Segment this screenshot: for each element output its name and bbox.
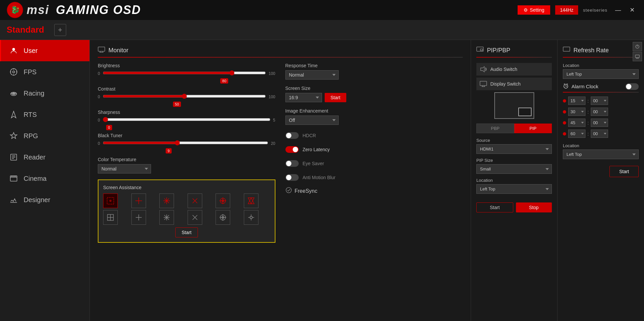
monitor-panel-header: Monitor xyxy=(98,47,463,54)
screen-size-select[interactable]: 16:9 xyxy=(285,93,322,102)
monitor-panel-title: Monitor xyxy=(108,47,128,54)
screen-size-row: 16:9 Start xyxy=(285,93,463,102)
setting-button[interactable]: ⚙ Setting xyxy=(518,5,551,15)
pip-tab-pip[interactable]: PIP xyxy=(514,124,552,133)
black-tuner-track-container: 9 xyxy=(103,140,268,147)
refresh-location-select[interactable]: Left Top Right Top Left Bottom Right Bot… xyxy=(563,69,639,79)
location-section-2: Location Left Top Right Top Left Bottom … xyxy=(563,143,639,177)
alarm-hour-3[interactable]: 45 xyxy=(568,119,585,127)
location2-select[interactable]: Left Top Right Top Left Bottom Right Bot… xyxy=(563,150,639,159)
logo: 🐉 msi GAMING OSD xyxy=(7,2,141,18)
power-icon-btn[interactable] xyxy=(633,42,642,51)
alarm-minute-4[interactable]: 00 xyxy=(591,130,608,138)
pip-panel-title: PIP/PBP xyxy=(487,47,510,54)
pip-tab-pbp[interactable]: PBP xyxy=(476,124,514,133)
screen-assistance-start-button[interactable]: Start xyxy=(175,227,198,237)
alarm-row-4: 60 : 00 xyxy=(563,130,639,138)
sidebar-item-user[interactable]: User xyxy=(0,40,89,61)
minimize-button[interactable]: — xyxy=(612,6,624,14)
screen-assistance-grid xyxy=(103,193,270,225)
sa-icon-5[interactable] xyxy=(216,193,230,208)
black-tuner-max: 20 xyxy=(271,141,275,146)
rpg-icon xyxy=(9,131,18,141)
source-select[interactable]: HDMI1 HDMI2 DP xyxy=(476,144,552,154)
hdcr-toggle-item: HDCR xyxy=(285,131,463,140)
svg-line-81 xyxy=(564,84,565,84)
sidebar-item-reader[interactable]: Reader xyxy=(0,147,89,168)
racing-icon xyxy=(9,89,18,98)
hdcr-label: HDCR xyxy=(303,133,316,138)
sidebar-item-rts[interactable]: RTS xyxy=(0,104,89,125)
pip-size-select[interactable]: Small Medium Large xyxy=(476,164,552,174)
add-profile-button[interactable]: + xyxy=(54,24,66,36)
audio-switch-item[interactable]: Audio Switch xyxy=(476,63,552,76)
svg-rect-77 xyxy=(563,47,570,51)
pip-location-label: Location xyxy=(476,178,552,183)
title-bar-right: ⚙ Setting 144Hz steelseries — ✕ xyxy=(518,5,637,15)
sidebar-item-designer[interactable]: Designer xyxy=(0,189,89,210)
hz-button[interactable]: 144Hz xyxy=(555,5,578,15)
svg-rect-67 xyxy=(480,81,487,86)
pip-panel-header: PIP/PBP xyxy=(476,47,552,54)
sidebar-item-fps[interactable]: FPS xyxy=(0,61,89,83)
sidebar-item-label-reader: Reader xyxy=(24,154,46,161)
svg-rect-65 xyxy=(480,49,483,51)
designer-icon xyxy=(9,195,18,204)
eye-saver-toggle[interactable] xyxy=(285,160,299,167)
sa-icon-6[interactable] xyxy=(244,193,258,208)
sa-icon-12[interactable] xyxy=(244,210,258,225)
image-enhancement-section: Image Enhancement Off xyxy=(285,108,463,125)
hdcr-toggle[interactable] xyxy=(285,132,299,139)
sa-icon-1[interactable] xyxy=(103,193,118,208)
alarm-toggle[interactable] xyxy=(625,83,639,90)
alarm-hour-2[interactable]: 30 xyxy=(568,108,585,116)
sidebar-item-racing[interactable]: Racing xyxy=(0,83,89,104)
alarm-hour-4[interactable]: 60 xyxy=(568,130,585,138)
brightness-slider[interactable] xyxy=(103,70,266,76)
monitor-cols: Brightness 0 80 100 xyxy=(98,63,463,243)
alarm-colon-3: : xyxy=(587,120,589,126)
alarm-minute-3[interactable]: 00 xyxy=(591,119,608,127)
refresh-divider xyxy=(563,57,639,58)
anti-motion-blur-toggle[interactable] xyxy=(285,174,299,181)
color-temp-select[interactable]: Normal xyxy=(98,164,151,173)
refresh-start-button[interactable]: Start xyxy=(609,166,639,177)
alarm-hour-1[interactable]: 15 xyxy=(568,97,585,105)
sharpness-slider[interactable] xyxy=(103,117,270,122)
zero-latency-toggle[interactable] xyxy=(285,146,299,153)
sa-icon-4[interactable] xyxy=(188,193,202,208)
sa-icon-10[interactable] xyxy=(188,210,202,225)
display-switch-item[interactable]: Display Switch xyxy=(476,78,552,90)
screen-size-start-button[interactable]: Start xyxy=(325,93,347,102)
sa-icon-3[interactable] xyxy=(159,193,174,208)
sa-icon-2[interactable] xyxy=(131,193,146,208)
sharpness-row: 0 0 5 xyxy=(98,117,275,124)
brightness-label: Brightness xyxy=(98,63,275,68)
image-enhancement-select[interactable]: Off xyxy=(285,116,339,125)
response-time-section: Response Time Normal xyxy=(285,63,463,80)
sa-icon-11[interactable] xyxy=(216,210,230,225)
pip-stop-button[interactable]: Stop xyxy=(516,202,552,212)
alarm-minute-2[interactable]: 00 xyxy=(591,108,608,116)
pip-location-select[interactable]: Left Top Right Top Left Bottom Right Bot… xyxy=(476,184,552,194)
pip-start-button[interactable]: Start xyxy=(476,202,513,212)
svg-point-2 xyxy=(12,48,15,51)
svg-marker-62 xyxy=(250,216,252,218)
screen-assistance-title: Screen Assistance xyxy=(103,185,270,190)
sa-icon-9[interactable] xyxy=(159,210,174,225)
contrast-slider[interactable] xyxy=(103,94,266,99)
pip-preview xyxy=(494,92,534,119)
close-button[interactable]: ✕ xyxy=(627,6,637,14)
sidebar-item-cinema[interactable]: Cinema xyxy=(0,168,89,189)
response-time-select[interactable]: Normal xyxy=(285,70,339,80)
alarm-minute-1[interactable]: 00 xyxy=(591,97,608,105)
screen-size-label: Screen Size xyxy=(285,86,463,91)
screen-assistance: Screen Assistance xyxy=(98,179,275,243)
display-icon-btn[interactable] xyxy=(633,52,642,61)
setting-icon: ⚙ xyxy=(524,7,528,13)
sa-icon-7[interactable] xyxy=(103,210,118,225)
monitor-panel: Monitor Brightness 0 80 xyxy=(90,40,471,321)
sidebar-item-rpg[interactable]: RPG xyxy=(0,125,89,147)
sa-icon-8[interactable] xyxy=(131,210,146,225)
black-tuner-slider[interactable] xyxy=(103,140,268,146)
